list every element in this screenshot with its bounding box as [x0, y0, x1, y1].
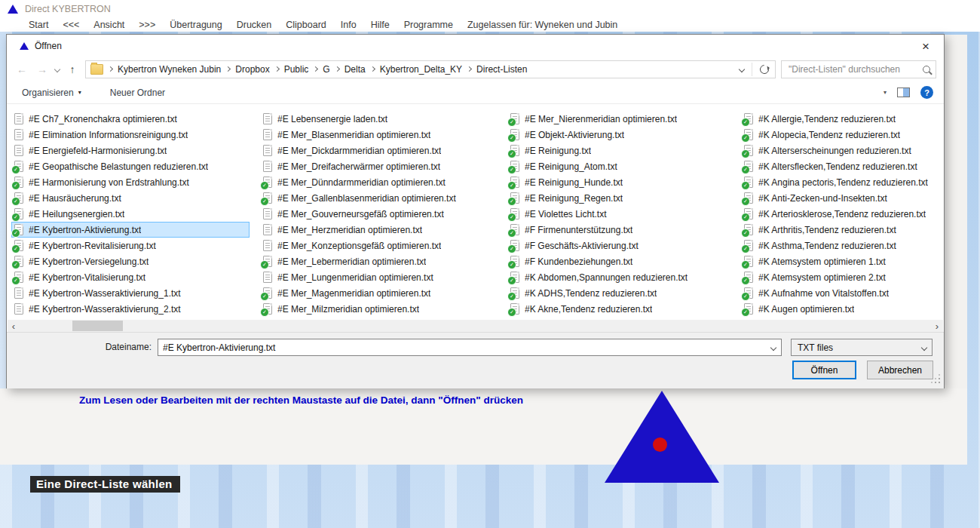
history-chevron-icon[interactable]: [54, 66, 60, 72]
new-folder-button[interactable]: Neuer Ordner: [110, 87, 165, 98]
search-icon[interactable]: [923, 66, 930, 73]
file-item[interactable]: #E Lebensenergie laden.txt: [260, 111, 497, 127]
file-item[interactable]: ✓#E Mer_Milzmeridian optimieren.txt: [260, 301, 497, 317]
file-item[interactable]: ✓#K Augen optimieren.txt: [741, 301, 942, 317]
menu-item[interactable]: Programme: [404, 20, 453, 30]
search-box[interactable]: [781, 60, 936, 78]
file-item[interactable]: ✓#K Aufnahme von Vitalstoffen.txt: [741, 285, 942, 301]
file-item[interactable]: ✓#F Kundenbeziehungen.txt: [507, 253, 732, 269]
menu-item[interactable]: Ansicht: [93, 20, 124, 30]
breadcrumb-segment[interactable]: Public: [284, 64, 309, 75]
file-item[interactable]: #E Mer_Konzeptionsgefäß optimieren.txt: [260, 238, 497, 253]
file-item[interactable]: ✓#E Mer_Nierenmeridian optimieren.txt: [507, 111, 732, 127]
file-item[interactable]: ✓#E Reinigung.txt: [507, 143, 732, 158]
file-item[interactable]: ✓#K Abdomen,Spannungen reduzieren.txt: [507, 269, 732, 285]
file-item[interactable]: ✓#K Alterserscheinungen reduzieren.txt: [741, 143, 942, 158]
file-item[interactable]: ✓#K Allergie,Tendenz reduzieren.txt: [741, 111, 942, 127]
resize-grip[interactable]: [939, 382, 940, 383]
file-item[interactable]: ✓#E Mer_Lebermeridian optimieren.txt: [260, 253, 497, 269]
breadcrumb-segment[interactable]: Kybertron_Delta_KY: [380, 64, 462, 75]
breadcrumb-segment[interactable]: Dropbox: [235, 64, 269, 75]
menu-item[interactable]: >>>: [139, 20, 155, 30]
cancel-button[interactable]: Abbrechen: [867, 361, 933, 379]
file-item[interactable]: ✓#E Mer_Dünndarmmeridian optimieren.txt: [260, 174, 497, 190]
file-item[interactable]: #E Mer_Blasenmeridian optimieren.txt: [260, 127, 497, 143]
scroll-left-icon[interactable]: ‹: [8, 320, 20, 332]
file-item[interactable]: ✓#E Kybertron-Aktivierung.txt: [11, 222, 250, 238]
file-item[interactable]: #E Mer_Dickdarmmeridian optimieren.txt: [260, 143, 497, 158]
file-item[interactable]: #E Mer_Dreifacherwärmer optimieren.txt: [260, 158, 497, 174]
breadcrumb-segment[interactable]: G: [323, 64, 329, 75]
file-item[interactable]: #E Kybertron-Wasseraktivierung_2.txt: [11, 301, 250, 317]
file-item[interactable]: ✓#K Arthritis,Tendenz reduzieren.txt: [741, 222, 942, 238]
menu-item[interactable]: Info: [341, 20, 357, 30]
file-item[interactable]: ✓#K Altersflecken,Tendenz reduzieren.txt: [741, 158, 942, 174]
menu-item[interactable]: <<<: [63, 20, 79, 30]
file-item[interactable]: ✓#K Anti-Zecken-und-Insekten.txt: [741, 190, 942, 206]
filename-dropdown-icon[interactable]: [766, 339, 781, 355]
menu-item[interactable]: Clipboard: [286, 20, 326, 30]
file-item[interactable]: ✓#K Akne,Tendenz reduzieren.txt: [507, 301, 732, 317]
search-input[interactable]: [787, 63, 918, 75]
file-item[interactable]: ✓#E Mer_Gallenblasenmeridian optimieren.…: [260, 190, 497, 206]
view-dropdown-icon[interactable]: ▾: [884, 90, 887, 96]
file-item[interactable]: #E Energiefeld-Harmonisierung.txt: [11, 143, 250, 158]
file-item[interactable]: ✓#E Hausräucherung.txt: [11, 190, 250, 206]
file-item[interactable]: #E Elimination Informationsreinigung.txt: [11, 127, 250, 143]
file-item[interactable]: ✓#E Kybertron-Versiegelung.txt: [11, 253, 250, 269]
help-icon[interactable]: ?: [920, 86, 933, 99]
filename-input[interactable]: [158, 342, 766, 353]
file-item[interactable]: ✓#K Atemsystem optimieren 1.txt: [741, 253, 942, 269]
file-item[interactable]: ✓#E Geopathische Belastungen reduzieren.…: [11, 158, 250, 174]
open-button[interactable]: Öffnen: [792, 361, 856, 379]
file-item[interactable]: ✓#E Violettes Licht.txt: [507, 206, 732, 222]
scrollbar-thumb[interactable]: [72, 321, 123, 331]
file-item[interactable]: ✓#K Alopecia,Tendenz reduzieren.txt: [741, 127, 942, 143]
file-item[interactable]: ✓#E Reinigung_Hunde.txt: [507, 174, 732, 190]
menu-item[interactable]: Drucken: [237, 20, 272, 30]
view-list-icon[interactable]: [862, 88, 873, 97]
organize-button[interactable]: Organisieren ▾: [22, 87, 81, 98]
file-item[interactable]: #E Ch7_Kronenchakra optimieren.txt: [11, 111, 250, 127]
breadcrumb-segment[interactable]: Delta: [345, 64, 366, 75]
filename-combobox[interactable]: [158, 339, 782, 356]
file-item[interactable]: #E Mer_Herzmeridian optimieren.txt: [260, 222, 497, 238]
file-item[interactable]: ✓#E Reinigung_Regen.txt: [507, 190, 732, 206]
file-item[interactable]: ✓#F Firmenunterstützung.txt: [507, 222, 732, 238]
menu-item[interactable]: Start: [29, 20, 48, 30]
close-icon[interactable]: ×: [912, 37, 939, 57]
preview-pane-icon[interactable]: [897, 87, 910, 97]
file-item[interactable]: ✓#E Objekt-Aktivierung.txt: [507, 127, 732, 143]
scroll-right-icon[interactable]: ›: [931, 320, 943, 332]
forward-icon[interactable]: →: [35, 61, 50, 78]
up-icon[interactable]: ↑: [65, 61, 80, 78]
file-item[interactable]: ✓#E Harmonisierung von Erdstrahlung.txt: [11, 174, 250, 190]
file-item[interactable]: #E Kybertron-Wasseraktivierung_1.txt: [11, 285, 250, 301]
file-item[interactable]: ✓#K Asthma,Tendenz reduzieren.txt: [741, 238, 942, 253]
breadcrumb-segment[interactable]: Direct-Listen: [476, 64, 527, 75]
sync-check-icon: ✓: [260, 181, 269, 190]
file-item[interactable]: ✓#E Reinigung_Atom.txt: [507, 158, 732, 174]
file-item[interactable]: ✓#E Mer_Magenmeridian optimieren.txt: [260, 285, 497, 301]
file-item[interactable]: #E Mer_Gouverneursgefäß optimieren.txt: [260, 206, 497, 222]
file-item[interactable]: ✓#K Atemsystem optimieren 2.txt: [741, 269, 942, 285]
file-item[interactable]: ✓#E Kybertron-Revitalisierung.txt: [11, 238, 250, 253]
file-item[interactable]: ✓#K ADHS,Tendenz reduzieren.txt: [507, 285, 732, 301]
breadcrumb-segment[interactable]: Kybertron Wyneken Jubin: [118, 64, 221, 75]
menu-item[interactable]: Übertragung: [170, 20, 222, 30]
filetype-select[interactable]: TXT files: [791, 339, 933, 356]
file-item[interactable]: ✓#E Heilungsenergien.txt: [11, 206, 250, 222]
back-icon[interactable]: ←: [14, 61, 29, 78]
file-item[interactable]: ✓#E Kybertron-Vitalisierung.txt: [11, 269, 250, 285]
horizontal-scrollbar[interactable]: ‹ ›: [8, 320, 943, 332]
refresh-icon[interactable]: [758, 63, 771, 75]
menu-item[interactable]: Hilfe: [371, 20, 390, 30]
breadcrumb[interactable]: Kybertron Wyneken JubinDropboxPublicGDel…: [85, 60, 776, 78]
file-item[interactable]: #E Mer_Lungenmeridian optimieren.txt: [260, 269, 497, 285]
text-file-icon: ✓: [14, 192, 23, 204]
sync-check-icon: ✓: [11, 213, 20, 222]
file-item[interactable]: ✓#K Arteriosklerose,Tendenz reduzieren.t…: [741, 206, 942, 222]
file-item[interactable]: ✓#K Angina pectoris,Tendenz reduzieren.t…: [741, 174, 942, 190]
file-item[interactable]: ✓#F Geschäfts-Aktivierung.txt: [507, 238, 732, 253]
address-dropdown-icon[interactable]: [739, 66, 745, 72]
